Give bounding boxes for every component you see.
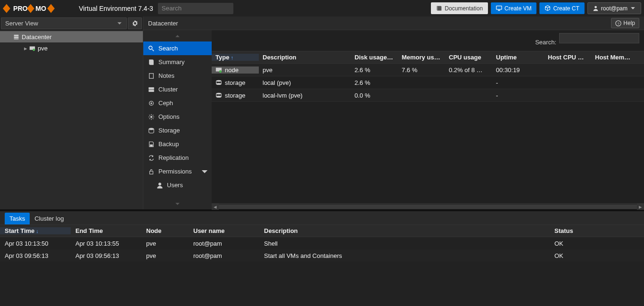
grid-row[interactable]: nodepve2.6 %7.6 %0.2% of 8 …00:30:19 [212, 64, 644, 76]
svg-point-3 [594, 6, 597, 8]
chevron-down-icon [630, 5, 636, 11]
help-button[interactable]: ? Help [611, 18, 639, 28]
menu-item-summary[interactable]: Summary [143, 55, 212, 69]
col-user[interactable]: User name [189, 227, 259, 234]
tab-tasks[interactable]: Tasks [5, 213, 30, 224]
work-area: Search Summary Notes Cluster Ceph Option… [143, 30, 644, 209]
svg-text:PRO: PRO [13, 4, 28, 12]
menu-item-notes[interactable]: Notes [143, 69, 212, 83]
cell-user: root@pam [189, 252, 259, 259]
menu-item-label: Options [158, 113, 180, 120]
col-hostmem[interactable]: Host Mem… [591, 54, 644, 61]
header: PROMO Virtual Environment 7.4-3 Document… [0, 0, 644, 17]
svg-point-8 [33, 49, 35, 51]
view-dropdown[interactable]: Server View [1, 17, 127, 29]
ceph-icon [148, 100, 155, 107]
col-node[interactable]: Node [141, 227, 189, 234]
storage-icon [215, 79, 222, 86]
menu-item-options[interactable]: Options [143, 110, 212, 124]
menu-item-storage[interactable]: Storage [143, 124, 212, 137]
sort-asc-icon: ↑ [231, 55, 233, 60]
svg-point-25 [216, 83, 222, 85]
col-disk[interactable]: Disk usage… [351, 54, 398, 61]
sidebar: Server View Datacenter ▸ pve [0, 17, 143, 209]
documentation-label: Documentation [445, 5, 483, 12]
tree-item-pve-label: pve [38, 45, 48, 52]
menu-scroll-down[interactable] [143, 198, 212, 209]
grid-search-input[interactable] [559, 33, 639, 43]
sidebar-settings-button[interactable] [128, 17, 142, 29]
cell-status: OK [550, 240, 644, 247]
user-menu-button[interactable]: root@pam [587, 2, 641, 14]
create-ct-button[interactable]: Create CT [539, 2, 584, 14]
tree-item-pve[interactable]: ▸ pve [0, 42, 143, 54]
col-type[interactable]: Type↑ [212, 54, 259, 61]
menu-item-replication[interactable]: Replication [143, 151, 212, 165]
cell-disk: 2.6 % [351, 66, 398, 74]
menu-scroll-up[interactable] [143, 30, 212, 41]
grid-header-row: Type↑ Description Disk usage… Memory us…… [212, 51, 644, 64]
svg-rect-12 [149, 73, 154, 78]
cell-type: storage [225, 92, 245, 99]
svg-point-11 [149, 46, 152, 49]
cell-uptime: - [492, 92, 544, 99]
config-menu: Search Summary Notes Cluster Ceph Option… [143, 30, 212, 209]
sidebar-top: Server View [0, 17, 143, 30]
resource-grid: Search: Type↑ Description Disk usage… Me… [212, 30, 644, 209]
svg-rect-4 [14, 34, 19, 36]
menu-item-permissions[interactable]: Permissions [143, 165, 212, 178]
grid-row[interactable]: storagelocal-lvm (pve)0.0 %- [212, 89, 644, 102]
node-icon [215, 66, 222, 73]
grid-row[interactable]: storagelocal (pve)2.6 %- [212, 76, 644, 89]
cell-end: Apr 03 09:56:13 [71, 252, 141, 259]
menu-item-search[interactable]: Search [143, 41, 212, 55]
user-icon [157, 182, 163, 189]
menu-item-users[interactable]: Users [143, 178, 212, 192]
chevron-down-icon [174, 201, 181, 207]
col-task-desc[interactable]: Description [259, 227, 550, 234]
menu-item-label: Storage [158, 127, 180, 134]
scroll-track[interactable] [219, 205, 637, 209]
cell-node: pve [141, 240, 189, 247]
col-end-time[interactable]: End Time [71, 227, 141, 234]
menu-item-backup[interactable]: Backup [143, 137, 212, 151]
task-row[interactable]: Apr 03 10:13:50Apr 03 10:13:55pveroot@pa… [0, 237, 644, 249]
cell-disk: 2.6 % [351, 79, 398, 86]
tasks-header-row: Start Time↓ End Time Node User name Desc… [0, 224, 644, 237]
sync-icon [148, 155, 155, 161]
header-search-input[interactable] [158, 3, 233, 14]
documentation-button[interactable]: Documentation [431, 2, 488, 14]
grid-toolbar: Search: [212, 30, 644, 51]
svg-point-24 [216, 80, 222, 82]
chevron-down-icon [116, 20, 123, 26]
create-vm-label: Create VM [504, 5, 531, 12]
col-status[interactable]: Status [550, 227, 644, 234]
cell-desc: Start all VMs and Containers [259, 252, 550, 259]
scroll-left-icon[interactable]: ◂ [212, 204, 219, 210]
resource-tree: Datacenter ▸ pve [0, 30, 143, 209]
col-start-time-label: Start Time [5, 227, 34, 234]
create-vm-button[interactable]: Create VM [491, 2, 537, 14]
scroll-right-icon[interactable]: ▸ [637, 204, 644, 210]
col-cpu[interactable]: CPU usage [445, 54, 492, 61]
col-hostcpu[interactable]: Host CPU … [544, 54, 591, 61]
server-icon [148, 86, 155, 93]
sort-desc-icon: ↓ [36, 228, 39, 234]
grid-horizontal-scrollbar[interactable]: ◂ ▸ [212, 203, 644, 209]
tree-expander[interactable]: ▸ [23, 45, 28, 52]
svg-point-17 [150, 116, 152, 118]
col-uptime[interactable]: Uptime [492, 54, 544, 61]
task-row[interactable]: Apr 03 09:56:13Apr 03 09:56:13pveroot@pa… [0, 249, 644, 262]
book-icon [436, 5, 442, 11]
col-description[interactable]: Description [259, 54, 351, 61]
tree-item-datacenter[interactable]: Datacenter [0, 31, 143, 42]
lock-open-icon [148, 168, 155, 175]
save-icon [148, 141, 155, 148]
svg-rect-6 [14, 38, 19, 39]
menu-item-ceph[interactable]: Ceph [143, 96, 212, 110]
menu-item-cluster[interactable]: Cluster [143, 83, 212, 96]
svg-rect-19 [150, 144, 152, 146]
col-start-time[interactable]: Start Time↓ [0, 227, 71, 234]
col-memory[interactable]: Memory us… [398, 54, 445, 61]
tab-cluster-log[interactable]: Cluster log [30, 213, 68, 224]
